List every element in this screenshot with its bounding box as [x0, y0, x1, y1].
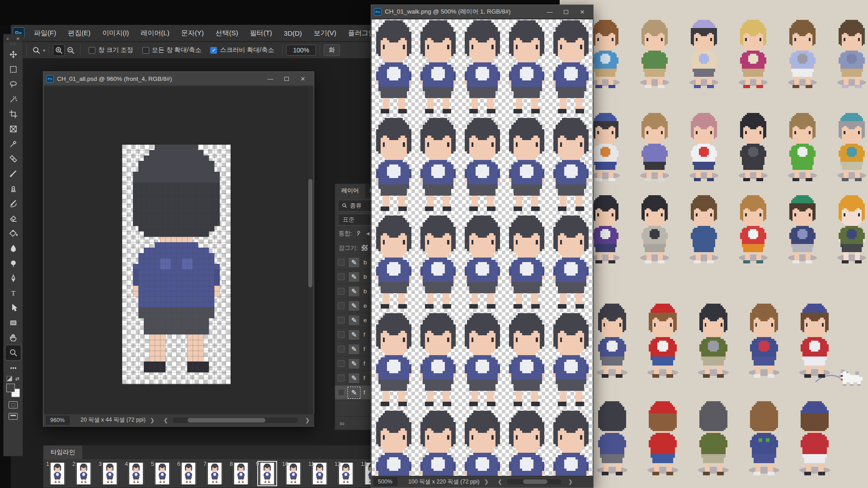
timeline-frame-12[interactable]: 120.17 ∨ [334, 461, 359, 488]
eraser-tool[interactable] [5, 211, 21, 226]
frame-duration[interactable]: 0.17 ∨ [71, 487, 96, 488]
timeline-frame-9[interactable]: 90.17 ∨ [255, 461, 280, 488]
zoom-percent-field[interactable]: 100% [286, 45, 316, 56]
fit-screen-button[interactable]: 화 [324, 44, 340, 56]
horizontal-scrollbar[interactable] [507, 479, 561, 484]
layer-visibility-toggle[interactable] [338, 259, 344, 266]
scroll-left-icon[interactable]: ❮ [498, 479, 502, 485]
menu-item-3DD[interactable]: 3D(D) [278, 25, 308, 42]
zoom-in-button[interactable] [53, 44, 65, 56]
option-checkbox[interactable]: 모든 창 확대/축소 [142, 46, 202, 54]
horizontal-scrollbar[interactable] [173, 418, 298, 423]
minimize-button[interactable]: — [262, 73, 278, 84]
layer-thumbnail-brush-icon[interactable]: ✎ [348, 329, 360, 340]
frame-thumbnail[interactable] [75, 462, 93, 485]
minimize-button[interactable]: — [542, 6, 558, 17]
paint-bucket-tool[interactable] [5, 226, 21, 241]
frame-duration[interactable]: 0.17 ∨ [255, 487, 280, 488]
layer-thumbnail-brush-icon[interactable]: ✎ [348, 387, 360, 398]
layer-thumbnail-brush-icon[interactable]: ✎ [348, 373, 360, 384]
status-chevron-icon[interactable]: ❯ [484, 479, 489, 485]
frame-thumbnail[interactable] [101, 462, 119, 485]
layer-visibility-toggle[interactable] [338, 273, 344, 280]
timeline-frame-1[interactable]: 10.17 ∨ [45, 461, 70, 488]
crop-tool[interactable] [5, 107, 21, 122]
tab-layers[interactable]: 레이어 [335, 184, 365, 197]
mask-mode-icon[interactable] [7, 376, 12, 381]
close-button[interactable]: ✕ [295, 73, 311, 84]
timeline-frame-10[interactable]: 100.17 ∨ [281, 461, 306, 488]
type-tool[interactable]: T [5, 286, 21, 300]
timeline-frame-4[interactable]: 40.17 ∨ [124, 461, 149, 488]
maximize-button[interactable] [278, 73, 295, 84]
clone-stamp-tool[interactable] [5, 181, 21, 196]
layer-thumbnail-brush-icon[interactable]: ✎ [348, 315, 360, 326]
layer-visibility-toggle[interactable] [338, 288, 344, 295]
frame-thumbnail[interactable] [258, 462, 276, 485]
document-title-bar[interactable]: Ps CH_01_all.psd @ 960% (front_4, RGB/8#… [43, 72, 314, 86]
lasso-tool[interactable] [5, 77, 21, 92]
eyedropper-tool[interactable] [5, 136, 21, 151]
walk-zoom-level[interactable]: 500% [373, 477, 397, 486]
pin-icon[interactable] [356, 230, 362, 236]
checkbox-checked-icon[interactable]: ✓ [210, 47, 217, 54]
frame-thumbnail[interactable] [232, 462, 250, 485]
zoom-tool[interactable] [5, 345, 21, 360]
frame-duration[interactable]: 0.17 ∨ [124, 487, 149, 488]
timeline-frame-5[interactable]: 50.17 ∨ [150, 461, 175, 488]
frame-duration[interactable]: 0.17 ∨ [45, 487, 70, 488]
rectangle-tool[interactable] [5, 315, 21, 330]
option-checkbox[interactable]: ✓스크러비 확대/축소 [210, 46, 274, 54]
walk-title-bar[interactable]: Ps CH_01_walk.png @ 500% (레이어 1, RGB/8#)… [371, 5, 593, 19]
checkbox-unchecked-icon[interactable] [89, 47, 95, 54]
swap-colors-icon[interactable]: ⇄ [15, 376, 19, 382]
layer-visibility-toggle[interactable] [338, 317, 344, 324]
scroll-right-icon[interactable]: ❯ [568, 479, 573, 485]
status-chevron-icon[interactable]: ❯ [150, 417, 155, 423]
menu-item-파일F[interactable]: 파일(F) [28, 25, 62, 42]
layer-thumbnail-brush-icon[interactable]: ✎ [348, 272, 360, 282]
timeline-frame-7[interactable]: 70.17 ∨ [203, 461, 227, 488]
timeline-frame-2[interactable]: 20.17 ∨ [71, 461, 96, 488]
menu-item-이미지I[interactable]: 이미지(I) [96, 25, 135, 42]
frame-thumbnail[interactable] [48, 462, 66, 485]
link-layers-icon[interactable]: ∞ [340, 419, 344, 427]
layer-visibility-toggle[interactable] [338, 302, 344, 309]
zoom-out-button[interactable] [65, 44, 76, 56]
layer-visibility-toggle[interactable] [338, 346, 344, 352]
panel-grip[interactable]: ⠿⠿ [9, 42, 16, 47]
zoom-tool-icon[interactable] [30, 44, 42, 56]
walk-canvas[interactable] [372, 19, 593, 480]
hand-tool[interactable] [5, 330, 21, 345]
quick-mask-button[interactable] [9, 401, 18, 408]
dodge-tool[interactable] [5, 256, 21, 271]
pen-tool[interactable] [5, 271, 21, 286]
menu-item-선택S[interactable]: 선택(S) [210, 25, 244, 42]
frame-duration[interactable]: 0.17 ∨ [307, 487, 332, 488]
menu-item-레이어L[interactable]: 레이어(L) [135, 25, 175, 42]
frame-duration[interactable]: 0.17 ∨ [281, 487, 306, 488]
layer-visibility-toggle[interactable] [338, 389, 344, 396]
scroll-right-icon[interactable]: ❯ [305, 417, 310, 423]
marquee-tool[interactable] [5, 62, 21, 77]
toolbar-ellipsis[interactable] [5, 360, 21, 375]
close-button[interactable]: ✕ [574, 6, 590, 17]
frame-duration[interactable]: 0.17 ∨ [98, 487, 123, 488]
move-tool[interactable] [5, 47, 21, 62]
collapse-panel-icon[interactable]: » [6, 36, 9, 41]
timeline-frame-11[interactable]: 110.17 ∨ [307, 461, 332, 488]
foreground-color-swatch[interactable] [6, 384, 15, 392]
menu-item-편집E[interactable]: 편집(E) [62, 25, 96, 42]
blur-tool[interactable] [5, 241, 21, 256]
menu-item-문자Y[interactable]: 문자(Y) [175, 25, 210, 42]
layer-visibility-toggle[interactable] [338, 331, 344, 338]
screen-mode-button[interactable] [9, 413, 18, 420]
layer-visibility-toggle[interactable] [338, 360, 344, 367]
status-zoom-level[interactable]: 960% [46, 416, 70, 425]
layer-thumbnail-brush-icon[interactable]: ✎ [348, 358, 360, 369]
tab-timeline[interactable]: 타임라인 [43, 446, 82, 459]
menu-item-필터T[interactable]: 필터(T) [244, 25, 278, 42]
frame-duration[interactable]: 0.17 ∨ [229, 487, 254, 488]
chevron-down-icon[interactable]: ▾ [43, 48, 45, 53]
close-panel-icon[interactable]: ✕ [16, 36, 20, 41]
